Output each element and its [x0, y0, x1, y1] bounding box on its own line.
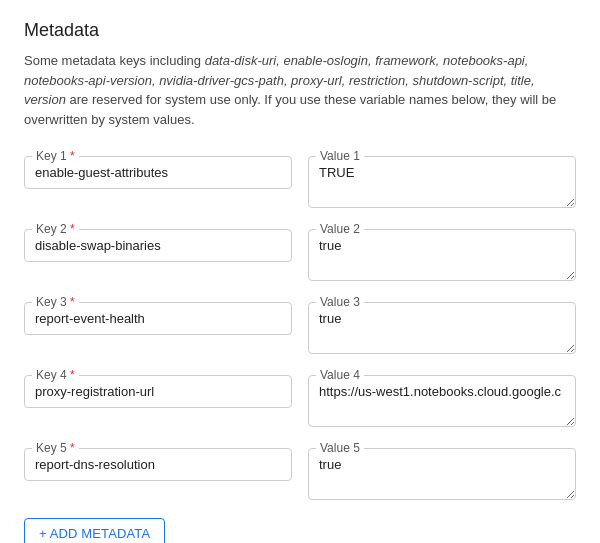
- metadata-row: Key 1 *Value 1: [24, 149, 576, 208]
- value-label-5: Value 5: [316, 441, 364, 455]
- key-label-1: Key 1 *: [32, 149, 79, 163]
- value-group-3: Value 3: [308, 295, 576, 354]
- section-title: Metadata: [24, 20, 576, 41]
- value-textarea-1[interactable]: [308, 156, 576, 208]
- value-textarea-4[interactable]: [308, 375, 576, 427]
- key-group-2: Key 2 *: [24, 222, 292, 281]
- key-label-4: Key 4 *: [32, 368, 79, 382]
- key-label-5: Key 5 *: [32, 441, 79, 455]
- key-group-4: Key 4 *: [24, 368, 292, 427]
- value-textarea-2[interactable]: [308, 229, 576, 281]
- metadata-row: Key 4 *Value 4: [24, 368, 576, 427]
- metadata-rows: Key 1 *Value 1Key 2 *Value 2Key 3 *Value…: [24, 149, 576, 500]
- key-group-5: Key 5 *: [24, 441, 292, 500]
- value-group-2: Value 2: [308, 222, 576, 281]
- value-label-3: Value 3: [316, 295, 364, 309]
- key-group-1: Key 1 *: [24, 149, 292, 208]
- value-label-4: Value 4: [316, 368, 364, 382]
- value-group-5: Value 5: [308, 441, 576, 500]
- value-group-4: Value 4: [308, 368, 576, 427]
- add-metadata-button[interactable]: + ADD METADATA: [24, 518, 165, 543]
- key-label-3: Key 3 *: [32, 295, 79, 309]
- value-label-1: Value 1: [316, 149, 364, 163]
- metadata-row: Key 5 *Value 5: [24, 441, 576, 500]
- value-group-1: Value 1: [308, 149, 576, 208]
- key-label-2: Key 2 *: [32, 222, 79, 236]
- metadata-row: Key 2 *Value 2: [24, 222, 576, 281]
- value-textarea-5[interactable]: [308, 448, 576, 500]
- value-textarea-3[interactable]: [308, 302, 576, 354]
- description-text: Some metadata keys including data-disk-u…: [24, 51, 576, 129]
- value-label-2: Value 2: [316, 222, 364, 236]
- metadata-row: Key 3 *Value 3: [24, 295, 576, 354]
- key-group-3: Key 3 *: [24, 295, 292, 354]
